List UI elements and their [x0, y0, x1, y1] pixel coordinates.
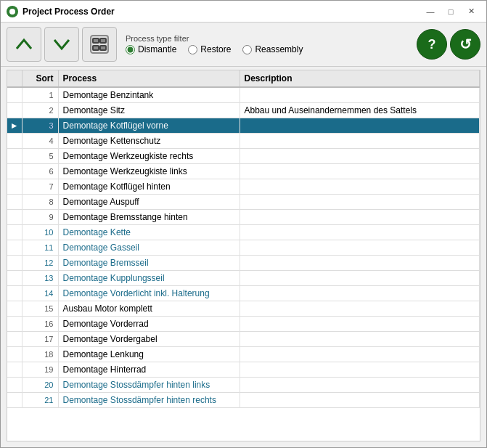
row-sort: 21 — [22, 393, 58, 408]
move-up-button[interactable] — [7, 27, 41, 62]
table-row[interactable]: 15Ausbau Motor komplett — [7, 301, 480, 317]
process-table-container[interactable]: Sort Process Description 1Demontage Benz… — [7, 70, 480, 441]
row-process: Demontage Kotflügel vorne — [58, 118, 240, 134]
row-process: Demontage Benzintank — [58, 87, 240, 103]
row-description — [240, 256, 480, 271]
settings-button[interactable] — [82, 27, 117, 62]
row-sort: 5 — [22, 149, 58, 164]
radio-dismantle[interactable]: Dismantle — [126, 44, 176, 54]
table-row[interactable]: 11Demontage Gasseil — [7, 240, 480, 256]
minimize-button[interactable]: — — [421, 4, 440, 19]
row-arrow — [7, 87, 22, 103]
row-process: Demontage Vorderlicht inkl. Halterung — [58, 286, 240, 301]
row-description: Abbau und Auseinandernemmen des Sattels — [240, 103, 480, 118]
radio-reassembly-label: Reassembly — [255, 44, 303, 54]
refresh-button[interactable]: ↺ — [450, 29, 480, 60]
table-row[interactable]: 17Demontage Vordergabel — [7, 332, 480, 347]
row-description — [240, 378, 480, 393]
table-row[interactable]: 12Demontage Bremsseil — [7, 256, 480, 271]
row-description — [240, 118, 480, 134]
row-sort: 16 — [22, 317, 58, 332]
window-title: Project Process Order — [22, 7, 417, 17]
row-sort: 8 — [22, 195, 58, 210]
app-icon — [7, 6, 18, 17]
row-process: Demontage Werkzeugkiste links — [58, 164, 240, 179]
row-arrow — [7, 210, 22, 225]
maximize-button[interactable]: □ — [441, 4, 460, 19]
row-process: Demontage Vordergabel — [58, 332, 240, 347]
row-sort: 19 — [22, 362, 58, 378]
row-description — [240, 225, 480, 240]
row-arrow: ► — [7, 118, 22, 134]
row-process: Demontage Bremsstange hinten — [58, 210, 240, 225]
row-sort: 20 — [22, 378, 58, 393]
table-row[interactable]: 21Demontage Stossdämpfer hinten rechts — [7, 393, 480, 408]
toolbar: Process type filter Dismantle Restore Re… — [1, 23, 486, 67]
radio-group: Dismantle Restore Reassembly — [126, 44, 303, 54]
row-description — [240, 134, 480, 149]
table-row[interactable]: 9Demontage Bremsstange hinten — [7, 210, 480, 225]
table-row[interactable]: 18Demontage Lenkung — [7, 347, 480, 362]
table-row[interactable]: 1Demontage Benzintank — [7, 87, 480, 103]
row-process: Ausbau Motor komplett — [58, 301, 240, 317]
row-process: Demontage Kettenschutz — [58, 134, 240, 149]
table-header-row: Sort Process Description — [7, 70, 480, 87]
row-arrow — [7, 317, 22, 332]
row-description — [240, 317, 480, 332]
table-body: 1Demontage Benzintank2Demontage SitzAbba… — [7, 87, 480, 408]
table-row[interactable]: 4Demontage Kettenschutz — [7, 134, 480, 149]
row-sort: 9 — [22, 210, 58, 225]
table-row[interactable]: 7Demontage Kotflügel hinten — [7, 179, 480, 195]
row-sort: 12 — [22, 256, 58, 271]
row-description — [240, 149, 480, 164]
row-arrow — [7, 225, 22, 240]
table-row[interactable]: 6Demontage Werkzeugkiste links — [7, 164, 480, 179]
row-process: Demontage Kette — [58, 225, 240, 240]
row-arrow — [7, 347, 22, 362]
row-arrow — [7, 378, 22, 393]
row-arrow — [7, 195, 22, 210]
row-arrow — [7, 179, 22, 195]
row-sort: 3 — [22, 118, 58, 134]
radio-dismantle-label: Dismantle — [138, 44, 176, 54]
table-row[interactable]: 13Demontage Kupplungsseil — [7, 271, 480, 286]
table-row[interactable]: 19Demontage Hinterrad — [7, 362, 480, 378]
table-row[interactable]: 20Demontage Stossdämpfer hinten links — [7, 378, 480, 393]
row-description — [240, 240, 480, 256]
row-sort: 13 — [22, 271, 58, 286]
row-description — [240, 332, 480, 347]
help-button[interactable]: ? — [417, 29, 447, 60]
row-description — [240, 286, 480, 301]
row-sort: 17 — [22, 332, 58, 347]
row-sort: 14 — [22, 286, 58, 301]
table-row[interactable]: 8Demontage Auspuff — [7, 195, 480, 210]
row-process: Demontage Lenkung — [58, 347, 240, 362]
row-arrow — [7, 240, 22, 256]
row-description — [240, 347, 480, 362]
refresh-icon: ↺ — [459, 36, 472, 53]
table-row[interactable]: 10Demontage Kette — [7, 225, 480, 240]
row-arrow — [7, 286, 22, 301]
row-description — [240, 179, 480, 195]
close-button[interactable]: ✕ — [462, 4, 480, 19]
radio-restore-label: Restore — [200, 44, 231, 54]
row-sort: 10 — [22, 225, 58, 240]
toolbar-right: ? ↺ — [417, 29, 480, 60]
row-process: Demontage Gasseil — [58, 240, 240, 256]
table-row[interactable]: ►3Demontage Kotflügel vorne — [7, 118, 480, 134]
svg-rect-2 — [93, 38, 99, 43]
row-sort: 7 — [22, 179, 58, 195]
process-table: Sort Process Description 1Demontage Benz… — [7, 70, 480, 408]
row-arrow — [7, 301, 22, 317]
table-row[interactable]: 5Demontage Werkzeugkiste rechts — [7, 149, 480, 164]
table-row[interactable]: 14Demontage Vorderlicht inkl. Halterung — [7, 286, 480, 301]
radio-reassembly[interactable]: Reassembly — [242, 44, 303, 54]
row-process: Demontage Stossdämpfer hinten links — [58, 378, 240, 393]
window-controls: — □ ✕ — [421, 4, 480, 19]
row-description — [240, 87, 480, 103]
radio-restore[interactable]: Restore — [188, 44, 231, 54]
table-row[interactable]: 16Demontage Vorderrad — [7, 317, 480, 332]
table-row[interactable]: 2Demontage SitzAbbau und Auseinandernemm… — [7, 103, 480, 118]
col-arrow — [7, 70, 22, 87]
move-down-button[interactable] — [44, 27, 79, 62]
